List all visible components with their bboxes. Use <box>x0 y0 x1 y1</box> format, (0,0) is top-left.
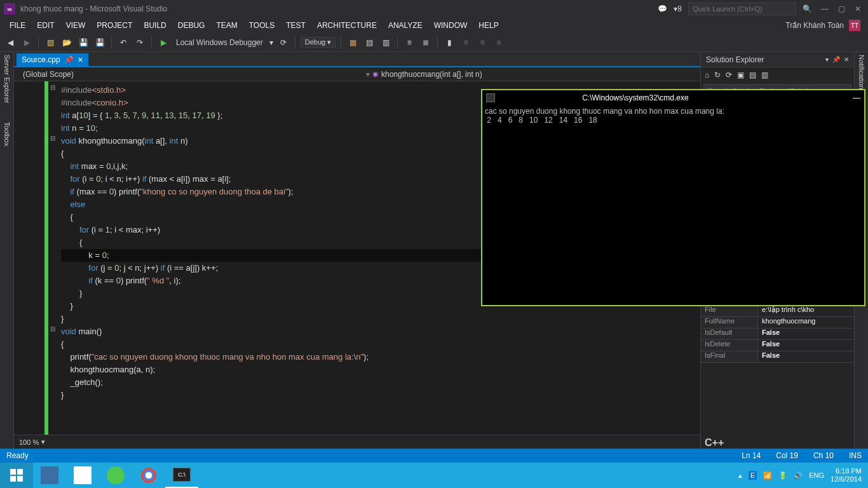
properties-panel: (Name)khongthuocmang Filee:\lập trình c\… <box>701 294 854 449</box>
start-debug-button[interactable]: ▶ <box>157 36 170 49</box>
solution-explorer-title: Solution Explorer <box>706 55 764 64</box>
debugger-dropdown[interactable]: ▾ <box>269 38 273 47</box>
task-remote[interactable] <box>33 463 66 488</box>
open-file-button[interactable]: 📂 <box>60 36 73 49</box>
start-button[interactable] <box>0 463 33 488</box>
minimize-button[interactable]: — <box>818 4 831 13</box>
toolbar-btn-e[interactable]: ≣ <box>419 36 432 49</box>
toolbar-btn-a[interactable]: ▦ <box>346 36 359 49</box>
cmd-title-text: C:\Windows\system32\cmd.exe <box>582 93 688 102</box>
tray-up-icon[interactable]: ▴ <box>738 471 742 480</box>
tray-clock[interactable]: 6:18 PM 12/6/2014 <box>831 467 862 484</box>
new-project-button[interactable]: ▧ <box>44 36 57 49</box>
menu-analyze[interactable]: ANALYZE <box>383 21 428 30</box>
titlebar: ∞ khong thuoc mang - Microsoft Visual St… <box>0 0 868 18</box>
se-home-icon[interactable]: ⌂ <box>705 71 709 79</box>
menu-file[interactable]: FILE <box>4 21 31 30</box>
cmd-window[interactable]: C:\Windows\system32\cmd.exe — cac so ngu… <box>481 89 865 306</box>
se-btn-b[interactable]: ▤ <box>749 71 756 79</box>
notification-flag[interactable]: ▾8 <box>674 4 682 13</box>
close-button[interactable]: ✕ <box>851 4 864 13</box>
menu-view[interactable]: VIEW <box>60 21 92 30</box>
config-combo[interactable]: Debug ▾ <box>301 37 336 48</box>
menu-build[interactable]: BUILD <box>138 21 172 30</box>
se-back-icon[interactable]: ↻ <box>714 71 721 79</box>
rail-notifications[interactable]: Notifications <box>858 55 865 93</box>
tab-row: Source.cpp 📌 ✕ <box>14 52 700 67</box>
toolbar-btn-b[interactable]: ▤ <box>363 36 376 49</box>
toolbar-btn-h[interactable]: ≡ <box>492 36 505 49</box>
toolbar-btn-d[interactable]: ≡ <box>403 36 416 49</box>
status-ins: INS <box>849 451 862 460</box>
panel-pin-icon[interactable]: 📌 <box>832 56 840 63</box>
menu-debug[interactable]: DEBUG <box>172 21 211 30</box>
task-visual-studio[interactable] <box>66 463 99 488</box>
toolbar-btn-g[interactable]: ≡ <box>476 36 489 49</box>
prop-category: C++ <box>701 436 854 449</box>
scope-right-combo[interactable]: ▾ ◉ khongthuocmang(int a[], int n) <box>360 70 700 79</box>
menu-test[interactable]: TEST <box>280 21 311 30</box>
window-title: khong thuoc mang - Microsoft Visual Stud… <box>20 4 167 13</box>
menu-project[interactable]: PROJECT <box>91 21 138 30</box>
task-cmd[interactable]: C:\ <box>165 463 198 488</box>
menu-tools[interactable]: TOOLS <box>243 21 280 30</box>
tray-network-icon[interactable]: 📶 <box>763 471 772 480</box>
debugger-label[interactable]: Local Windows Debugger <box>173 38 266 47</box>
pin-icon[interactable]: 📌 <box>64 55 74 64</box>
maximize-button[interactable]: ▢ <box>835 4 848 13</box>
rail-toolbox[interactable]: Toolbox <box>3 122 11 146</box>
task-app-green[interactable] <box>99 463 132 488</box>
redo-button[interactable]: ↷ <box>133 36 146 49</box>
se-sync-icon[interactable]: ⟳ <box>726 71 732 79</box>
status-text: Ready <box>6 451 29 460</box>
windows-icon <box>10 469 23 482</box>
nav-fwd-button[interactable]: ▶ <box>20 36 33 49</box>
status-ch: Ch 10 <box>813 451 834 460</box>
undo-button[interactable]: ↶ <box>117 36 130 49</box>
toolbar-btn-f[interactable]: ≡ <box>459 36 472 49</box>
scope-left-combo[interactable]: (Global Scope) <box>14 70 360 79</box>
cmd-minimize-button[interactable]: — <box>853 93 860 102</box>
user-avatar[interactable]: TT <box>849 20 860 31</box>
toolbar-btn-c[interactable]: ▥ <box>379 36 392 49</box>
solution-explorer-header: Solution Explorer ▾ 📌 ✕ <box>701 52 854 67</box>
status-col: Col 19 <box>776 451 798 460</box>
menu-architecture[interactable]: ARCHITECTURE <box>311 21 383 30</box>
tray-ie-icon[interactable]: E <box>749 471 757 480</box>
panel-dropdown-icon[interactable]: ▾ <box>825 56 829 63</box>
se-btn-a[interactable]: ▣ <box>737 71 744 79</box>
nav-back-button[interactable]: ◀ <box>4 36 17 49</box>
quick-launch-input[interactable] <box>688 3 796 15</box>
tray-lang[interactable]: ENG <box>809 471 824 479</box>
task-chrome[interactable] <box>132 463 165 488</box>
user-name[interactable]: Trần Khánh Toàn <box>785 21 844 30</box>
vs-icon <box>74 466 92 484</box>
zoom-combo[interactable]: 100 % <box>19 438 39 446</box>
toolbar: ◀ ▶ ▧ 📂 💾 💾 ↶ ↷ ▶ Local Windows Debugger… <box>0 33 868 52</box>
tray-volume-icon[interactable]: 🔊 <box>794 471 803 480</box>
file-tab-label: Source.cpp <box>22 55 60 64</box>
properties-grid[interactable]: (Name)khongthuocmang Filee:\lập trình c\… <box>701 294 854 436</box>
rail-server-explorer[interactable]: Server Explorer <box>3 55 11 103</box>
tab-close-icon[interactable]: ✕ <box>78 56 83 64</box>
se-btn-c[interactable]: ▥ <box>761 71 768 79</box>
scope-bar: (Global Scope) ▾ ◉ khongthuocmang(int a[… <box>14 67 700 81</box>
panel-close-icon[interactable]: ✕ <box>844 56 849 63</box>
refresh-button[interactable]: ⟳ <box>277 36 290 49</box>
search-icon[interactable]: 🔍 <box>803 4 812 13</box>
menubar: FILE EDIT VIEW PROJECT BUILD DEBUG TEAM … <box>0 18 868 33</box>
menu-help[interactable]: HELP <box>473 21 504 30</box>
save-all-button[interactable]: 💾 <box>93 36 106 49</box>
save-button[interactable]: 💾 <box>77 36 90 49</box>
file-tab-source[interactable]: Source.cpp 📌 ✕ <box>17 53 88 66</box>
bookmark-button[interactable]: ▮ <box>443 36 456 49</box>
feedback-icon[interactable]: 💬 <box>658 4 667 13</box>
cmd-titlebar[interactable]: C:\Windows\system32\cmd.exe — <box>482 90 864 105</box>
tray-battery-icon[interactable]: 🔋 <box>778 471 787 480</box>
zoom-dropdown-icon[interactable]: ▾ <box>41 438 45 446</box>
menu-team[interactable]: TEAM <box>210 21 243 30</box>
chrome-icon <box>141 468 156 483</box>
menu-window[interactable]: WINDOW <box>428 21 473 30</box>
menu-edit[interactable]: EDIT <box>31 21 60 30</box>
se-toolbar: ⌂ ↻ ⟳ ▣ ▤ ▥ <box>701 67 854 83</box>
